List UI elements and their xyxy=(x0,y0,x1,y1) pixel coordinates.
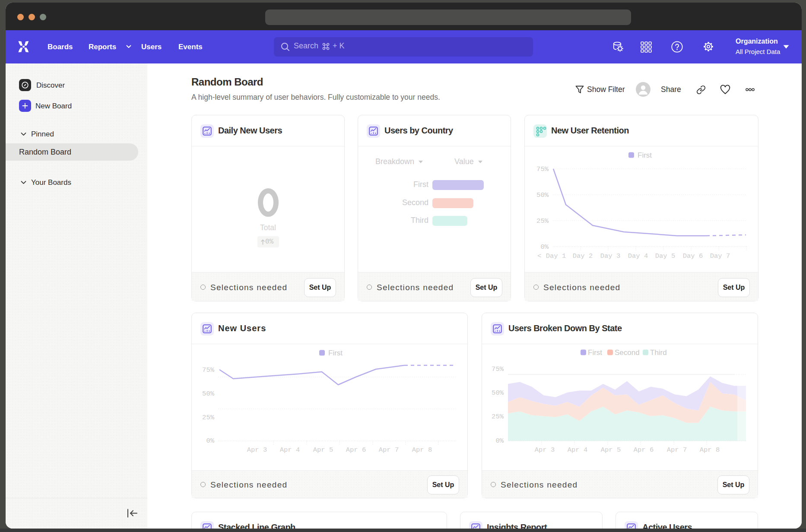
svg-text:Apr 3: Apr 3 xyxy=(535,446,555,454)
svg-text:First: First xyxy=(638,151,652,159)
svg-text:50%: 50% xyxy=(492,389,504,397)
svg-text:Apr 6: Apr 6 xyxy=(634,446,654,454)
svg-text:Apr 8: Apr 8 xyxy=(412,446,432,454)
svg-text:Day 3: Day 3 xyxy=(600,252,621,260)
svg-text:50%: 50% xyxy=(202,390,215,398)
svg-text:25%: 25% xyxy=(492,413,504,421)
svg-text:50%: 50% xyxy=(536,191,549,199)
svg-text:25%: 25% xyxy=(202,414,215,421)
svg-text:Third: Third xyxy=(650,348,667,357)
svg-text:<: < xyxy=(537,252,541,260)
svg-text:75%: 75% xyxy=(202,366,215,374)
svg-text:25%: 25% xyxy=(536,217,549,225)
svg-text:Day 1: Day 1 xyxy=(546,252,566,260)
svg-text:Day 6: Day 6 xyxy=(683,252,703,260)
svg-text:Apr 3: Apr 3 xyxy=(247,446,267,454)
svg-text:First: First xyxy=(588,348,602,357)
svg-text:Apr 8: Apr 8 xyxy=(700,446,720,454)
svg-text:Day 5: Day 5 xyxy=(655,252,676,260)
svg-text:Apr 5: Apr 5 xyxy=(601,446,621,454)
svg-text:Second: Second xyxy=(615,348,640,357)
svg-text:0%: 0% xyxy=(495,437,504,445)
svg-text:Day 7: Day 7 xyxy=(710,252,730,260)
svg-text:Day 4: Day 4 xyxy=(628,252,648,260)
svg-text:75%: 75% xyxy=(536,165,549,173)
svg-text:First: First xyxy=(328,349,343,357)
svg-text:Apr 6: Apr 6 xyxy=(346,446,366,454)
svg-text:Apr 7: Apr 7 xyxy=(667,446,687,454)
svg-text:Day 2: Day 2 xyxy=(573,252,593,260)
svg-text:0%: 0% xyxy=(540,243,549,251)
svg-text:Apr 4: Apr 4 xyxy=(568,446,588,454)
svg-text:Apr 5: Apr 5 xyxy=(313,446,333,454)
svg-text:0%: 0% xyxy=(206,437,214,445)
svg-text:Apr 4: Apr 4 xyxy=(280,446,300,454)
svg-text:Apr 7: Apr 7 xyxy=(379,446,399,454)
svg-text:75%: 75% xyxy=(492,365,504,373)
